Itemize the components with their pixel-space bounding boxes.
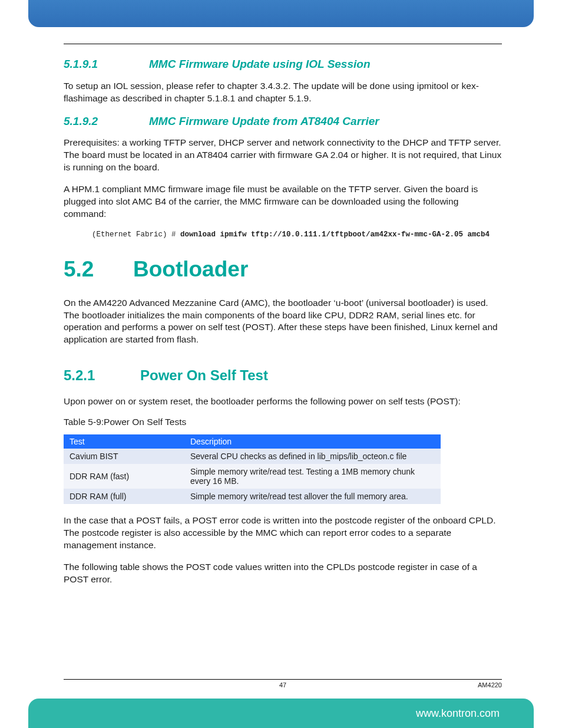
- table-row: Cavium BIST Several CPU checks as define…: [64, 449, 441, 464]
- cell-test: Cavium BIST: [64, 449, 184, 464]
- heading-5-2: 5.2 Bootloader: [64, 256, 502, 282]
- page-number: 47: [279, 681, 286, 689]
- footer-bar: www.kontron.com: [28, 699, 534, 728]
- cell-desc: Simple memory write/read test allover th…: [184, 489, 441, 504]
- heading-number: 5.1.9.1: [64, 57, 149, 72]
- heading-number: 5.2.1: [64, 366, 140, 384]
- table-row: DDR RAM (full) Simple memory write/read …: [64, 489, 441, 504]
- code-command: download ipmifw tftp://10.0.111.1/tftpbo…: [180, 230, 490, 239]
- heading-5-1-9-2: 5.1.9.2 MMC Firmware Update from AT8404 …: [64, 114, 502, 129]
- heading-text: MMC Firmware Update using IOL Session: [149, 57, 502, 72]
- post-table: Test Description Cavium BIST Several CPU…: [64, 434, 441, 504]
- header-bar: [28, 0, 534, 27]
- heading-5-2-1: 5.2.1 Power On Self Test: [64, 366, 502, 384]
- paragraph: Upon power on or system reset, the bootl…: [64, 396, 502, 408]
- col-test: Test: [64, 434, 184, 449]
- cell-test: DDR RAM (fast): [64, 464, 184, 489]
- cell-desc: Several CPU checks as defined in lib_mip…: [184, 449, 441, 464]
- heading-text: Bootloader: [133, 256, 248, 282]
- code-block: (Ethernet Fabric) # download ipmifw tftp…: [92, 230, 502, 241]
- table-header-row: Test Description: [64, 434, 441, 449]
- paragraph: In the case that a POST fails, a POST er…: [64, 515, 502, 552]
- model-name: AM4220: [478, 681, 502, 689]
- paragraph: To setup an IOL session, please refer to…: [64, 80, 502, 105]
- table-row: DDR RAM (fast) Simple memory write/read …: [64, 464, 441, 489]
- cell-desc: Simple memory write/read test. Testing a…: [184, 464, 441, 489]
- heading-text: Power On Self Test: [140, 366, 268, 384]
- paragraph: A HPM.1 compliant MMC firmware image fil…: [64, 183, 502, 220]
- heading-5-1-9-1: 5.1.9.1 MMC Firmware Update using IOL Se…: [64, 57, 502, 72]
- heading-number: 5.2: [64, 256, 133, 282]
- top-rule: [64, 44, 502, 44]
- code-prompt: (Ethernet Fabric) #: [92, 230, 180, 239]
- paragraph: The following table shows the POST code …: [64, 561, 502, 586]
- footer-meta: 47 AM4220: [64, 679, 502, 689]
- table-caption: Table 5-9:Power On Self Tests: [64, 417, 502, 427]
- heading-number: 5.1.9.2: [64, 114, 149, 129]
- heading-text: MMC Firmware Update from AT8404 Carrier: [149, 114, 502, 129]
- page-content: 5.1.9.1 MMC Firmware Update using IOL Se…: [64, 44, 502, 595]
- paragraph: Prerequisites: a working TFTP server, DH…: [64, 137, 502, 174]
- footer-url: www.kontron.com: [416, 707, 500, 720]
- footer-rule: [64, 679, 502, 680]
- col-description: Description: [184, 434, 441, 449]
- paragraph: On the AM4220 Advanced Mezzanine Card (A…: [64, 297, 502, 347]
- cell-test: DDR RAM (full): [64, 489, 184, 504]
